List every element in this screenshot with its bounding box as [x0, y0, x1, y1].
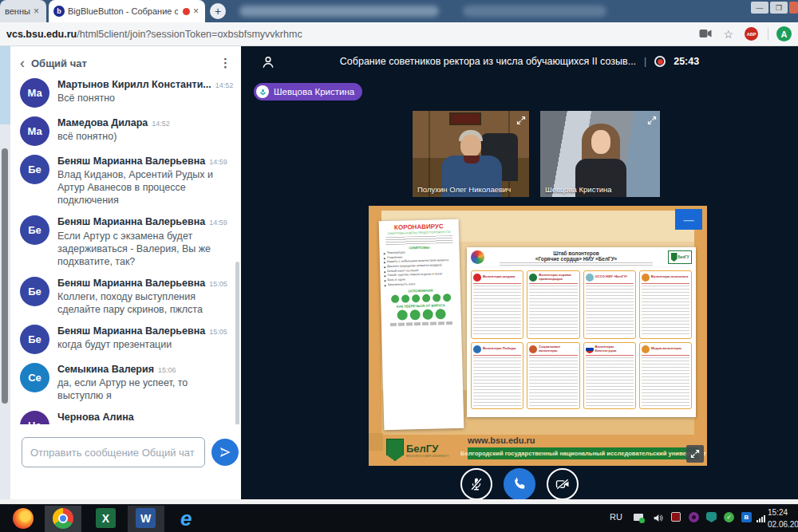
message-body: Беняш Марианна Валерьевна14:59 Если Арту…	[57, 215, 235, 267]
security-tray-icon[interactable]	[671, 512, 681, 522]
volunteer-card-text	[529, 286, 577, 337]
bsu-logo-subtext: BELGOROD STATE UNIVERSITY	[406, 455, 449, 458]
volunteer-card-icon	[586, 345, 594, 353]
chat-message: Ма Мамедова Дилара14:52 всё понятно)	[20, 116, 235, 146]
chat-message: Бе Беняш Марианна Валерьевна15:05 когда …	[20, 325, 235, 354]
bluetooth-tray-icon[interactable]: B	[741, 512, 752, 522]
volunteer-card-icon	[642, 345, 650, 353]
volunteer-card-title: Волонтеры-медики	[483, 275, 515, 279]
message-time: 15:05	[209, 328, 227, 336]
presentation-fullscreen-icon[interactable]	[686, 445, 704, 463]
adblock-icon[interactable]: ABP	[745, 27, 758, 41]
webcam-fullscreen-icon[interactable]	[647, 114, 657, 128]
purple-app-tray-icon[interactable]	[689, 512, 699, 522]
antivirus-check-tray-icon[interactable]: ✓	[724, 512, 734, 522]
chat-message: Ма Мартынов Кирилл Константи...14:52 Всё…	[20, 78, 235, 108]
volunteer-card-title: Социальные волонтеры	[539, 345, 577, 353]
taskbar-excel-icon[interactable]: X	[96, 508, 116, 528]
chat-message: Бе Беняш Марианна Валерьевна15:05 Коллег…	[20, 277, 235, 316]
new-tab-button[interactable]: +	[210, 3, 226, 19]
taskbar-ie-icon[interactable]: e	[180, 508, 192, 529]
volunteers-titles: Штаб волонтеров «Горячие сердца» НИУ «Бе…	[488, 250, 664, 267]
windows-taskbar: X W e RU ✓ B 15:24 02.06.2020	[0, 504, 798, 532]
volunteer-cards-grid: Волонтеры-медики Волонтеры охраны правоп…	[471, 270, 692, 409]
picture-frame	[449, 112, 481, 125]
presentation-area: — КОРОНАВИРУС СИМПТОМЫ И МЕРЫ ПРЕДОСТОРО…	[369, 206, 707, 466]
volunteer-card-header: ОССО НИУ «БелГУ»	[586, 273, 634, 284]
tab-close-icon[interactable]: ×	[32, 6, 41, 17]
volume-tray-icon[interactable]	[653, 513, 663, 523]
bigbluebutton-favicon: b	[53, 6, 65, 17]
symptoms-list: ТемператураУтомлениеКашель с небольшим к…	[384, 250, 456, 288]
profile-avatar[interactable]: A	[776, 26, 792, 41]
bsu-logo-text: БелГУ	[406, 443, 449, 455]
volunteer-card-text	[642, 286, 689, 337]
webcam-off-button[interactable]	[547, 468, 579, 500]
wood-panel-line	[429, 111, 430, 197]
message-author: Беняш Марианна Валерьевна14:59	[57, 155, 235, 167]
taskbar-clock[interactable]: 15:24 02.06.2020	[768, 507, 798, 530]
taskbar-firefox-icon[interactable]	[13, 508, 34, 529]
taskbar-word-icon[interactable]: W	[136, 508, 156, 528]
protection-heading: КАК УБЕРЕЧЬСЯ ОТ ВИРУСА	[385, 302, 456, 308]
recording-indicator-icon[interactable]	[654, 56, 666, 67]
sidebar-edge-scrollbar[interactable]	[2, 148, 8, 404]
microphone-muted-button[interactable]	[460, 468, 492, 500]
tab-recording-icon	[183, 8, 190, 15]
taskbar-chrome-icon[interactable]	[53, 508, 73, 529]
webcam-fullscreen-icon[interactable]	[516, 114, 526, 128]
bookmark-star-icon[interactable]: ☆	[723, 28, 733, 41]
avatar: Че	[20, 411, 49, 424]
shield-tray-icon[interactable]	[706, 512, 717, 522]
volunteer-card-header: Социальные волонтеры	[529, 345, 577, 356]
send-message-button[interactable]	[211, 439, 239, 466]
volunteer-card: Волонтеры-медики	[471, 270, 523, 339]
address-bar[interactable]: vcs.bsu.edu.ru/html5client/join?sessionT…	[0, 22, 798, 46]
volunteer-card-text	[473, 286, 521, 337]
avatar: Бе	[20, 215, 49, 245]
volunteer-card-icon	[529, 274, 537, 282]
recording-timer: 25:43	[674, 56, 699, 67]
volunteers-header: Штаб волонтеров «Горячие сердца» НИУ «Бе…	[471, 250, 692, 267]
chat-back-icon[interactable]: ‹	[20, 56, 25, 70]
browser-tab-background[interactable]: венны ×	[0, 0, 46, 22]
clock-time: 15:24	[768, 507, 798, 519]
window-close-button[interactable]	[789, 2, 798, 14]
message-time: 14:59	[209, 158, 227, 166]
chat-message: Бе Беняш Марианна Валерьевна14:59 Если А…	[20, 215, 235, 267]
active-talker-badge[interactable]: Шевцова Кристина	[254, 83, 362, 100]
webcam-tile-poluhin: Полухин Олег Николаевич	[413, 111, 529, 197]
window-restore-button[interactable]: ❐	[770, 2, 788, 14]
minimize-presentation-button[interactable]: —	[675, 209, 702, 230]
toolbar-divider	[768, 28, 768, 41]
chat-scrollbar[interactable]	[235, 262, 239, 445]
camera-permission-icon[interactable]	[699, 28, 712, 41]
window-minimize-button[interactable]: —	[751, 2, 768, 14]
volunteer-card-header: Медиа-волонтеры	[642, 345, 689, 356]
meeting-main-area: Собрание советников ректора из числа обу…	[241, 46, 798, 499]
url-path: /html5client/join?sessionToken=oxbsbfsmy…	[77, 29, 302, 40]
footer-url: www.bsu.edu.ru	[468, 435, 535, 445]
browser-tab-active[interactable]: b BigBlueButton - Собрание с ×	[49, 0, 205, 22]
volunteer-card: Медиа-волонтеры	[639, 342, 692, 409]
volunteer-card-header: Волонтеры Победы	[473, 345, 521, 356]
language-indicator[interactable]: RU	[610, 512, 622, 522]
footer-banner: Белгородский государственный национальны…	[468, 447, 699, 459]
url-text[interactable]: vcs.bsu.edu.ru/html5client/join?sessionT…	[6, 29, 688, 40]
message-body: Беняш Марианна Валерьевна15:05 Коллеги, …	[57, 277, 235, 316]
complications-icons	[385, 293, 456, 302]
phone-audio-button[interactable]	[504, 468, 535, 500]
tab-close-icon[interactable]: ×	[192, 6, 200, 17]
volunteer-card-icon	[642, 274, 650, 282]
chat-options-icon[interactable]: ⋮	[219, 56, 231, 70]
network-bars-icon[interactable]	[757, 515, 765, 522]
chat-message: Че Чернова Алина Александровна15:07 Скри…	[20, 411, 235, 424]
usb-tray-icon[interactable]	[634, 514, 649, 521]
bsu-shield-icon	[386, 439, 404, 461]
coronavirus-poster: КОРОНАВИРУС СИМПТОМЫ И МЕРЫ ПРЕДОСТОРОЖН…	[379, 219, 464, 431]
sidebar-edge-highlight	[0, 46, 10, 124]
talker-name: Шевцова Кристина	[274, 87, 354, 97]
chat-message-input[interactable]	[22, 437, 205, 467]
message-time: 14:59	[209, 219, 227, 227]
volunteer-card-title: Медиа-волонтеры	[651, 347, 681, 351]
